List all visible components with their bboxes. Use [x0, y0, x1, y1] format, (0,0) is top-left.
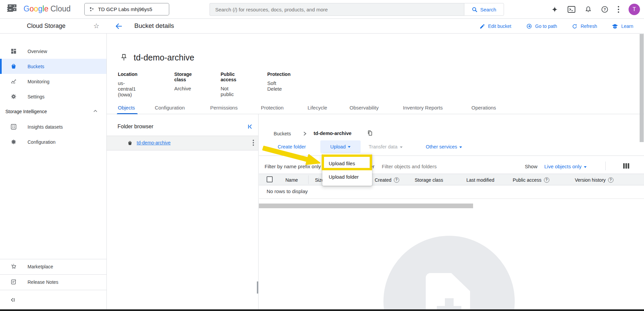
refresh-label: Refresh	[581, 24, 597, 29]
tab-bar: Objects Configuration Permissions Protec…	[107, 101, 644, 114]
meta-location: Location us-central1 (Iowa)	[118, 72, 137, 97]
back-arrow-icon[interactable]	[115, 22, 123, 32]
refresh-button[interactable]: Refresh	[572, 24, 597, 29]
sidebar-item-buckets[interactable]: Buckets	[0, 59, 106, 74]
chevron-up-icon	[93, 108, 98, 115]
upload-button[interactable]: Upload	[320, 140, 361, 153]
divider	[259, 156, 644, 156]
column-header-storage-class[interactable]: Storage class	[415, 174, 443, 186]
topbar-icons: ? T	[551, 0, 640, 19]
tab-permissions[interactable]: Permissions	[210, 101, 238, 114]
menu-item-upload-folder[interactable]: Upload folder	[322, 170, 372, 183]
cloud-shell-icon[interactable]	[567, 6, 576, 13]
edit-bucket-button[interactable]: Edit bucket	[479, 24, 511, 29]
notifications-bell-icon[interactable]	[585, 6, 592, 13]
cart-icon	[10, 263, 17, 270]
copy-icon[interactable]	[367, 130, 373, 138]
horizontal-scrollbar-thumb[interactable]	[259, 204, 473, 208]
create-folder-button[interactable]: Create folder	[278, 144, 306, 149]
go-to-path-button[interactable]: Go to path	[526, 23, 557, 29]
help-circle-icon[interactable]	[608, 177, 613, 183]
select-all-checkbox[interactable]	[267, 176, 273, 182]
app-bar: Cloud Storage ☆ Bucket details Edit buck…	[0, 19, 644, 34]
sidebar: Overview Buckets Monitoring Settings Sto…	[0, 34, 107, 311]
tab-inventory-reports[interactable]: Inventory Reports	[403, 101, 443, 114]
tab-lifecycle[interactable]: Lifecycle	[308, 101, 327, 114]
search-input[interactable]	[210, 3, 464, 16]
meta-value: us-central1 (Iowa)	[118, 80, 137, 97]
sidebar-section-storage-intelligence[interactable]: Storage Intelligence	[0, 104, 106, 119]
collapse-sidebar-icon[interactable]	[9, 297, 16, 305]
sidebar-item-label: Insights datasets	[28, 124, 63, 130]
breadcrumb-root[interactable]: Buckets	[274, 131, 291, 136]
project-name: TD GCP Labs mhj96ys5	[98, 6, 152, 12]
sidebar-item-label: Release Notes	[28, 279, 58, 285]
tab-protection[interactable]: Protection	[261, 101, 284, 114]
logo-letter: e	[44, 4, 48, 13]
sidebar-item-label: Marketplace	[28, 264, 53, 269]
sidebar-item-marketplace[interactable]: Marketplace	[0, 259, 106, 274]
table-header-row: Name Size Created Storage class Last mod…	[259, 174, 644, 185]
sidebar-item-configuration[interactable]: Configuration	[0, 134, 106, 149]
pencil-icon	[479, 24, 485, 29]
transfer-data-label: Transfer data	[369, 144, 398, 149]
notes-icon	[10, 279, 17, 285]
pin-icon[interactable]	[121, 54, 127, 63]
gear-icon	[10, 93, 17, 100]
sidebar-item-label: Configuration	[28, 139, 55, 145]
caret-down-icon	[348, 146, 351, 148]
sidebar-item-label: Buckets	[28, 64, 44, 69]
refresh-icon	[572, 24, 578, 29]
tab-observability[interactable]: Observability	[350, 101, 379, 114]
help-icon[interactable]: ?	[601, 6, 608, 13]
show-filter-dropdown[interactable]: Live objects only	[544, 164, 587, 169]
filter-objects-input[interactable]	[381, 161, 510, 171]
sidebar-item-label: Settings	[28, 94, 45, 99]
google-cloud-logo[interactable]: GoogleCloud	[24, 4, 71, 13]
gemini-icon[interactable]	[551, 6, 558, 13]
meta-label: Public access	[221, 72, 236, 82]
sidebar-item-monitoring[interactable]: Monitoring	[0, 74, 106, 89]
tree-item-more-icon[interactable]	[252, 139, 254, 147]
tree-bucket-link[interactable]: td-demo-archive	[137, 140, 171, 145]
transfer-data-button: Transfer data	[369, 144, 403, 149]
dataset-icon	[10, 124, 17, 130]
meta-value: Not public	[221, 86, 236, 97]
other-services-label: Other services	[426, 144, 457, 149]
column-header-created[interactable]: Created	[375, 174, 399, 186]
column-header-version-history[interactable]: Version history	[575, 174, 613, 186]
logo-letter: G	[24, 4, 30, 13]
more-options-icon[interactable]	[617, 6, 619, 13]
bucket-icon	[10, 63, 17, 70]
vertical-scrollbar-thumb[interactable]	[640, 34, 644, 142]
sidebar-item-overview[interactable]: Overview	[0, 44, 106, 59]
meta-protection: Protection Soft Delete	[267, 72, 290, 92]
tab-configuration[interactable]: Configuration	[155, 101, 185, 114]
tab-operations[interactable]: Operations	[471, 101, 496, 114]
meta-storage-class: Storage class Archive	[174, 72, 192, 91]
sidebar-item-release-notes[interactable]: Release Notes	[0, 274, 106, 290]
annotation-highlight-box	[322, 154, 372, 170]
favorite-star-icon[interactable]: ☆	[93, 22, 99, 30]
tab-objects[interactable]: Objects	[118, 101, 135, 114]
column-header-public-access[interactable]: Public access	[513, 174, 549, 186]
help-circle-icon[interactable]	[544, 177, 549, 183]
learn-button[interactable]: Learn	[612, 24, 633, 29]
filter-prefix-dropdown[interactable]: Filter by name prefix only	[265, 164, 326, 169]
folder-panel-scrollbar-thumb[interactable]	[257, 281, 258, 294]
help-circle-icon[interactable]	[394, 177, 399, 183]
project-selector[interactable]: TD GCP Labs mhj96ys5	[84, 3, 169, 15]
folder-tree-item[interactable]: td-demo-archive	[107, 136, 258, 150]
search-button[interactable]: Search	[464, 3, 504, 16]
collapse-panel-icon[interactable]	[247, 123, 254, 131]
column-label: Public access	[513, 177, 542, 183]
sidebar-item-insights-datasets[interactable]: Insights datasets	[0, 119, 106, 134]
other-services-button[interactable]: Other services	[426, 144, 462, 149]
avatar[interactable]: T	[629, 4, 640, 15]
logo-letter: o	[34, 4, 38, 13]
product-name: Cloud Storage	[27, 23, 65, 30]
column-display-icon[interactable]	[622, 163, 630, 171]
column-header-last-modified[interactable]: Last modified	[466, 174, 494, 186]
column-header-name[interactable]: Name	[285, 174, 298, 186]
sidebar-item-settings[interactable]: Settings	[0, 89, 106, 104]
